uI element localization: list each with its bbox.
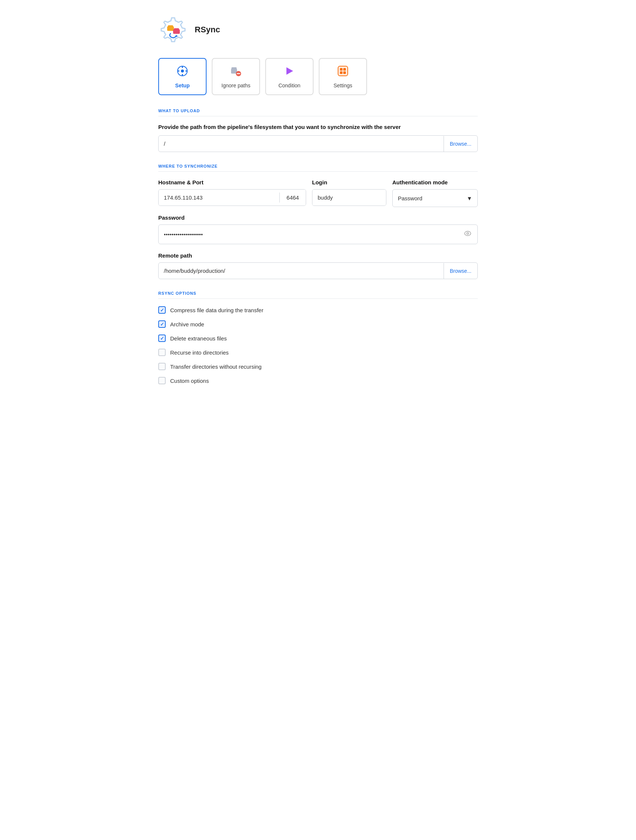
upload-browse-button[interactable]: Browse...: [444, 136, 477, 152]
checkbox-transfer-dirs[interactable]: Transfer directories without recursing: [158, 363, 478, 370]
remote-path-browse-button[interactable]: Browse...: [444, 263, 477, 279]
app-header: → RSync: [158, 15, 478, 44]
port-input[interactable]: [280, 189, 306, 205]
tab-ignore-paths-label: Ignore paths: [221, 82, 250, 88]
tab-setup[interactable]: Setup: [158, 58, 206, 95]
svg-rect-21: [340, 71, 343, 74]
checkbox-transfer-dirs-box[interactable]: [158, 363, 166, 370]
upload-path-field: Browse...: [158, 135, 478, 152]
svg-marker-16: [287, 67, 293, 75]
condition-icon: [283, 65, 295, 79]
tab-settings[interactable]: Settings: [319, 58, 367, 95]
login-input[interactable]: [312, 189, 386, 205]
tab-ignore-paths[interactable]: Ignore paths: [212, 58, 260, 95]
checkbox-custom[interactable]: Custom options: [158, 377, 478, 384]
remote-path-input[interactable]: [159, 263, 444, 279]
svg-rect-8: [182, 66, 183, 68]
checkbox-delete[interactable]: ✓ Delete extraneous files: [158, 335, 478, 342]
checkbox-compress[interactable]: ✓ Compress file data during the transfer: [158, 306, 478, 314]
remote-path-label: Remote path: [158, 253, 478, 259]
hostname-port-wrap: [158, 189, 306, 206]
svg-rect-9: [182, 74, 183, 76]
tab-condition-label: Condition: [278, 82, 300, 88]
svg-rect-11: [186, 70, 187, 71]
tabs-bar: Setup Ignore paths Condition: [158, 58, 478, 95]
hostname-label: Hostname & Port: [158, 179, 306, 185]
app-title: RSync: [195, 25, 220, 35]
password-input[interactable]: [159, 226, 458, 242]
section-rsync-options: RSYNC OPTIONS: [158, 291, 478, 299]
ignore-paths-icon: [230, 65, 242, 79]
login-col: Login: [312, 179, 386, 206]
svg-rect-10: [178, 70, 179, 71]
checkbox-recurse[interactable]: Recurse into directories: [158, 349, 478, 356]
auth-dropdown-arrow: ▼: [467, 195, 472, 201]
checkbox-custom-box[interactable]: [158, 377, 166, 384]
checkbox-recurse-label: Recurse into directories: [170, 349, 229, 356]
svg-rect-19: [340, 68, 343, 71]
password-label: Password: [158, 215, 478, 221]
login-label: Login: [312, 179, 386, 185]
remote-path-field: Browse...: [158, 262, 478, 279]
password-section: Password: [158, 215, 478, 244]
svg-rect-17: [338, 66, 348, 76]
rsync-options-list: ✓ Compress file data during the transfer…: [158, 306, 478, 384]
svg-rect-22: [343, 71, 346, 74]
checkbox-delete-label: Delete extraneous files: [170, 335, 227, 341]
checkbox-compress-check: ✓: [160, 307, 164, 313]
remote-path-section: Remote path Browse...: [158, 253, 478, 279]
svg-point-24: [467, 233, 469, 235]
app-logo: →: [158, 15, 188, 44]
checkbox-transfer-dirs-label: Transfer directories without recursing: [170, 363, 261, 370]
upload-description: Provide the path from the pipeline's fil…: [158, 124, 478, 130]
svg-rect-20: [343, 68, 346, 71]
checkbox-compress-label: Compress file data during the transfer: [170, 307, 263, 313]
checkbox-archive-check: ✓: [160, 322, 164, 327]
svg-point-7: [181, 69, 184, 73]
svg-point-23: [465, 231, 471, 236]
checkbox-custom-label: Custom options: [170, 377, 209, 384]
checkbox-archive[interactable]: ✓ Archive mode: [158, 321, 478, 328]
checkbox-archive-box[interactable]: ✓: [158, 321, 166, 328]
checkbox-delete-box[interactable]: ✓: [158, 335, 166, 342]
auth-select[interactable]: Password ▼: [392, 189, 478, 207]
auth-col: Authentication mode Password ▼: [392, 179, 478, 207]
svg-marker-5: [176, 35, 178, 37]
section-where-to-sync: WHERE TO SYNCHRONIZE: [158, 164, 478, 172]
svg-rect-4: [173, 29, 180, 34]
tab-setup-label: Setup: [175, 82, 190, 88]
password-eye-icon[interactable]: [458, 225, 477, 244]
checkbox-recurse-box[interactable]: [158, 349, 166, 356]
checkbox-compress-box[interactable]: ✓: [158, 306, 166, 314]
settings-icon: [337, 65, 349, 79]
setup-icon: [176, 65, 188, 79]
upload-path-input[interactable]: [159, 136, 444, 152]
connection-fields-row: Hostname & Port Login Authentication mod…: [158, 179, 478, 207]
login-input-wrap: [312, 189, 386, 206]
section-what-to-upload: WHAT TO UPLOAD: [158, 109, 478, 116]
auth-label: Authentication mode: [392, 179, 478, 185]
checkbox-archive-label: Archive mode: [170, 321, 204, 327]
tab-settings-label: Settings: [334, 82, 353, 88]
hostname-input[interactable]: [159, 189, 279, 205]
hostname-col: Hostname & Port: [158, 179, 306, 206]
tab-condition[interactable]: Condition: [265, 58, 313, 95]
password-field: [158, 224, 478, 244]
auth-select-value: Password: [398, 195, 422, 201]
checkbox-delete-check: ✓: [160, 336, 164, 341]
